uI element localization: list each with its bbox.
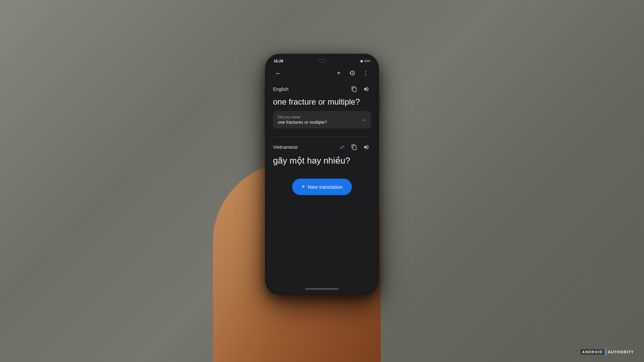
target-section: Vietnamese g	[268, 141, 376, 176]
source-speaker-button[interactable]	[362, 84, 371, 94]
target-language-header: Vietnamese	[273, 142, 371, 152]
phone-container: 16:29 ▣ 52% ← + ⋮	[265, 54, 379, 295]
home-bar	[305, 288, 339, 290]
did-you-mean-card[interactable]: Did you mean one fractures or multiple? …	[273, 111, 371, 129]
source-copy-button[interactable]	[350, 84, 359, 94]
main-content: English one fracture or multiple?	[268, 80, 376, 286]
watermark-authority: AUTHORITY	[608, 350, 634, 354]
home-indicator[interactable]	[268, 286, 376, 292]
bottom-action-area: + New translation	[268, 176, 376, 200]
history-button[interactable]	[347, 68, 358, 78]
more-menu-button[interactable]: ⋮	[360, 68, 371, 78]
swap-language-button[interactable]	[337, 142, 347, 152]
battery-percent: 52%	[364, 59, 370, 63]
target-speaker-button[interactable]	[362, 142, 371, 152]
source-language-header: English	[273, 84, 371, 94]
new-translation-button[interactable]: + New translation	[292, 179, 352, 195]
status-bar: 16:29 ▣ 52%	[268, 56, 376, 66]
watermark-separator	[605, 349, 606, 355]
source-actions	[350, 84, 371, 94]
dym-label: Did you mean	[278, 115, 327, 119]
new-translation-label: New translation	[308, 184, 342, 190]
status-time: 16:29	[274, 59, 283, 63]
status-icons: ▣ 52%	[360, 59, 370, 63]
phone-outer-shell: 16:29 ▣ 52% ← + ⋮	[265, 54, 379, 295]
source-text: one fracture or multiple?	[273, 97, 371, 107]
target-language-label[interactable]: Vietnamese	[273, 144, 298, 150]
target-copy-button[interactable]	[350, 142, 359, 152]
phone-screen: 16:29 ▣ 52% ← + ⋮	[268, 56, 376, 292]
source-language-label[interactable]: English	[273, 86, 288, 92]
back-button[interactable]: ←	[273, 68, 284, 78]
target-actions	[337, 142, 371, 152]
camera-cutout	[318, 59, 325, 63]
dym-arrow-icon: →	[361, 117, 366, 123]
watermark: ANDROID AUTHORITY	[581, 349, 634, 355]
section-divider	[273, 137, 371, 137]
add-button[interactable]: +	[333, 68, 344, 78]
plus-icon: +	[302, 183, 305, 190]
dym-suggestion: one fractures or multiple?	[278, 120, 327, 125]
dym-content: Did you mean one fractures or multiple?	[278, 115, 327, 125]
battery-icon: ▣	[360, 59, 363, 63]
watermark-android: ANDROID	[581, 349, 604, 355]
source-section: English one fracture or multiple?	[268, 80, 376, 135]
target-text: gãy một hay nhiều?	[273, 155, 371, 167]
top-nav: ← + ⋮	[268, 66, 376, 80]
